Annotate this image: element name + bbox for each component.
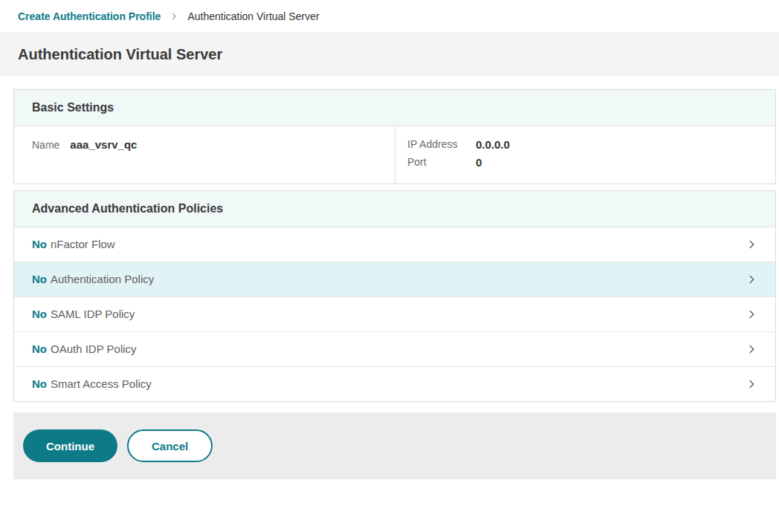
policy-row-text: NoAuthentication Policy bbox=[32, 273, 154, 286]
policy-count: No bbox=[32, 377, 47, 390]
cancel-button[interactable]: Cancel bbox=[127, 429, 213, 462]
chevron-right-icon bbox=[169, 12, 178, 21]
main-content: Basic Settings Name aaa_vsrv_qc IP Addre… bbox=[0, 76, 779, 402]
policy-row-text: NoSAML IDP Policy bbox=[32, 308, 135, 321]
policy-row-saml-idp-policy[interactable]: NoSAML IDP Policy bbox=[14, 297, 775, 332]
policy-name: nFactor Flow bbox=[51, 238, 115, 250]
policy-row-text: NoSmart Access Policy bbox=[32, 377, 152, 391]
name-value: aaa_vsrv_qc bbox=[70, 138, 137, 151]
chevron-right-icon bbox=[746, 239, 757, 250]
basic-settings-title: Basic Settings bbox=[32, 101, 757, 114]
policy-count: No bbox=[32, 238, 47, 250]
port-label: Port bbox=[407, 156, 476, 169]
continue-button[interactable]: Continue bbox=[23, 429, 117, 462]
footer-action-bar: Continue Cancel bbox=[13, 412, 776, 479]
ip-address-value: 0.0.0.0 bbox=[476, 138, 763, 151]
policy-name: SAML IDP Policy bbox=[51, 308, 135, 320]
basic-settings-header: Basic Settings bbox=[14, 90, 775, 126]
policy-row-oauth-idp-policy[interactable]: NoOAuth IDP Policy bbox=[14, 332, 775, 367]
basic-settings-section: Basic Settings Name aaa_vsrv_qc IP Addre… bbox=[13, 89, 776, 184]
chevron-right-icon bbox=[746, 273, 757, 285]
policy-name: OAuth IDP Policy bbox=[51, 343, 137, 355]
policy-count: No bbox=[32, 343, 47, 355]
advanced-policies-title: Advanced Authentication Policies bbox=[32, 202, 757, 215]
breadcrumb: Create Authentication Profile Authentica… bbox=[0, 0, 779, 33]
policy-row-smart-access-policy[interactable]: NoSmart Access Policy bbox=[14, 367, 775, 401]
basic-settings-body: Name aaa_vsrv_qc IP Address 0.0.0.0 Port… bbox=[14, 126, 775, 184]
breadcrumb-current: Authentication Virtual Server bbox=[187, 10, 319, 22]
basic-settings-left-column: Name aaa_vsrv_qc bbox=[14, 126, 395, 184]
policy-name: Smart Access Policy bbox=[51, 377, 152, 390]
policy-row-text: NoOAuth IDP Policy bbox=[32, 343, 137, 356]
page-title-bar: Authentication Virtual Server bbox=[0, 33, 779, 76]
policy-count: No bbox=[32, 273, 47, 285]
policy-name: Authentication Policy bbox=[51, 273, 154, 285]
policy-row-text: NonFactor Flow bbox=[32, 238, 115, 251]
port-value: 0 bbox=[476, 156, 763, 169]
chevron-right-icon bbox=[746, 378, 757, 390]
advanced-policies-section: Advanced Authentication Policies NonFact… bbox=[13, 190, 776, 402]
name-label: Name bbox=[32, 139, 59, 151]
policy-count: No bbox=[32, 308, 47, 320]
policy-row-authentication-policy[interactable]: NoAuthentication Policy bbox=[14, 262, 775, 297]
ip-address-label: IP Address bbox=[407, 138, 476, 151]
basic-settings-right-column: IP Address 0.0.0.0 Port 0 bbox=[395, 126, 775, 184]
page-title: Authentication Virtual Server bbox=[18, 46, 761, 63]
policy-row-nfactor-flow[interactable]: NonFactor Flow bbox=[14, 227, 775, 262]
advanced-policies-header: Advanced Authentication Policies bbox=[14, 191, 775, 227]
breadcrumb-link-create-auth-profile[interactable]: Create Authentication Profile bbox=[18, 10, 161, 22]
chevron-right-icon bbox=[746, 308, 757, 320]
chevron-right-icon bbox=[746, 343, 757, 355]
